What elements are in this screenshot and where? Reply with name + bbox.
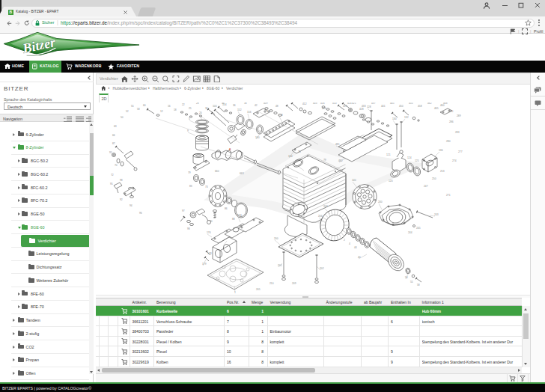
svg-text:88: 88 <box>232 218 235 221</box>
svg-text:60: 60 <box>143 104 146 107</box>
svg-text:121: 121 <box>386 153 391 156</box>
svg-text:6: 6 <box>229 147 231 151</box>
svg-text:58: 58 <box>137 108 140 111</box>
svg-text:79: 79 <box>323 159 326 162</box>
svg-text:55: 55 <box>131 105 134 108</box>
svg-text:164: 164 <box>288 155 293 158</box>
svg-text:92: 92 <box>120 198 123 201</box>
svg-text:403: 403 <box>313 102 317 105</box>
svg-text:421: 421 <box>352 102 356 105</box>
svg-text:72: 72 <box>111 174 114 177</box>
svg-text:274: 274 <box>452 159 457 162</box>
svg-text:42: 42 <box>255 104 258 107</box>
svg-text:462: 462 <box>427 102 432 105</box>
svg-text:20: 20 <box>199 111 202 114</box>
svg-text:16: 16 <box>168 105 171 108</box>
svg-text:437: 437 <box>371 102 376 105</box>
svg-text:415: 415 <box>343 105 347 108</box>
svg-text:660: 660 <box>215 170 219 173</box>
svg-text:66: 66 <box>112 134 115 137</box>
svg-text:22: 22 <box>182 103 185 106</box>
svg-text:63: 63 <box>114 125 117 128</box>
svg-text:58: 58 <box>417 284 420 287</box>
svg-text:481: 481 <box>335 143 340 146</box>
svg-text:210: 210 <box>270 282 274 285</box>
svg-text:12: 12 <box>160 110 163 113</box>
svg-text:100: 100 <box>213 105 217 108</box>
svg-text:482: 482 <box>338 159 343 162</box>
svg-text:280: 280 <box>446 140 451 143</box>
svg-text:271: 271 <box>446 194 451 197</box>
svg-text:128: 128 <box>367 105 371 108</box>
svg-text:458: 458 <box>418 105 422 108</box>
svg-text:244: 244 <box>408 231 412 234</box>
svg-text:87: 87 <box>112 142 115 145</box>
svg-text:176: 176 <box>207 231 211 234</box>
svg-text:433: 433 <box>362 105 366 108</box>
svg-text:445: 445 <box>390 102 395 105</box>
svg-text:410: 410 <box>332 102 337 105</box>
svg-text:125: 125 <box>415 159 419 162</box>
svg-text:424: 424 <box>347 102 352 105</box>
svg-text:95: 95 <box>110 183 113 186</box>
svg-text:202: 202 <box>320 267 324 270</box>
svg-text:465: 465 <box>434 107 439 110</box>
svg-text:416: 416 <box>320 102 325 105</box>
svg-text:98: 98 <box>120 179 123 182</box>
svg-text:240: 240 <box>378 200 383 203</box>
svg-text:136: 136 <box>439 149 443 152</box>
svg-text:409: 409 <box>264 102 268 105</box>
svg-text:206: 206 <box>318 215 323 218</box>
svg-text:98: 98 <box>187 227 190 230</box>
svg-text:173: 173 <box>237 214 242 217</box>
svg-text:205: 205 <box>256 288 261 291</box>
svg-text:132: 132 <box>404 116 409 119</box>
svg-text:160: 160 <box>255 136 260 139</box>
svg-text:200: 200 <box>274 237 278 240</box>
svg-text:83: 83 <box>189 185 192 188</box>
svg-text:97: 97 <box>182 209 185 212</box>
svg-text:663: 663 <box>240 172 244 175</box>
svg-text:243: 243 <box>434 213 439 216</box>
svg-text:48: 48 <box>275 105 278 108</box>
svg-text:250: 250 <box>432 177 436 180</box>
svg-text:245: 245 <box>416 227 421 230</box>
svg-text:91: 91 <box>109 151 112 154</box>
svg-text:79: 79 <box>188 171 191 174</box>
svg-text:468: 468 <box>443 102 448 105</box>
svg-text:73: 73 <box>205 186 208 189</box>
svg-text:25: 25 <box>189 107 192 110</box>
svg-text:253: 253 <box>440 170 445 173</box>
svg-text:4: 4 <box>349 242 350 245</box>
svg-text:28: 28 <box>196 102 199 105</box>
svg-text:52: 52 <box>126 110 129 113</box>
svg-text:412: 412 <box>302 102 307 105</box>
svg-text:34: 34 <box>222 102 225 105</box>
svg-text:152: 152 <box>237 108 242 111</box>
svg-text:130: 130 <box>392 117 397 120</box>
svg-text:277: 277 <box>458 150 463 153</box>
svg-text:124: 124 <box>407 156 412 159</box>
svg-text:2: 2 <box>344 239 345 242</box>
svg-text:406: 406 <box>322 107 326 110</box>
svg-text:209: 209 <box>292 282 296 285</box>
svg-text:94: 94 <box>130 204 133 207</box>
svg-text:140: 140 <box>352 179 356 182</box>
svg-text:286: 286 <box>449 120 454 123</box>
svg-text:156: 156 <box>247 111 252 114</box>
svg-text:36: 36 <box>233 104 236 107</box>
svg-text:55: 55 <box>410 281 413 284</box>
svg-text:50: 50 <box>121 116 124 119</box>
svg-text:455: 455 <box>409 102 413 105</box>
svg-text:46: 46 <box>267 110 270 113</box>
svg-text:120: 120 <box>389 180 393 183</box>
svg-text:283: 283 <box>455 131 460 134</box>
svg-text:44: 44 <box>354 246 357 249</box>
svg-text:471: 471 <box>449 110 454 113</box>
svg-text:9: 9 <box>187 129 189 132</box>
svg-text:86: 86 <box>225 207 228 210</box>
svg-text:70: 70 <box>115 164 118 167</box>
svg-text:18: 18 <box>174 108 177 111</box>
svg-text:247: 247 <box>424 185 428 188</box>
svg-text:203: 203 <box>323 205 328 208</box>
